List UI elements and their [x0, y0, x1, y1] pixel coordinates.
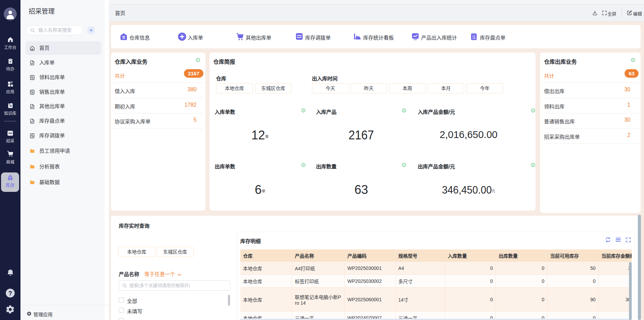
svg-text:?: ?	[9, 290, 12, 297]
svg-text:AI: AI	[9, 105, 12, 107]
svg-text:SRM: SRM	[8, 132, 12, 134]
